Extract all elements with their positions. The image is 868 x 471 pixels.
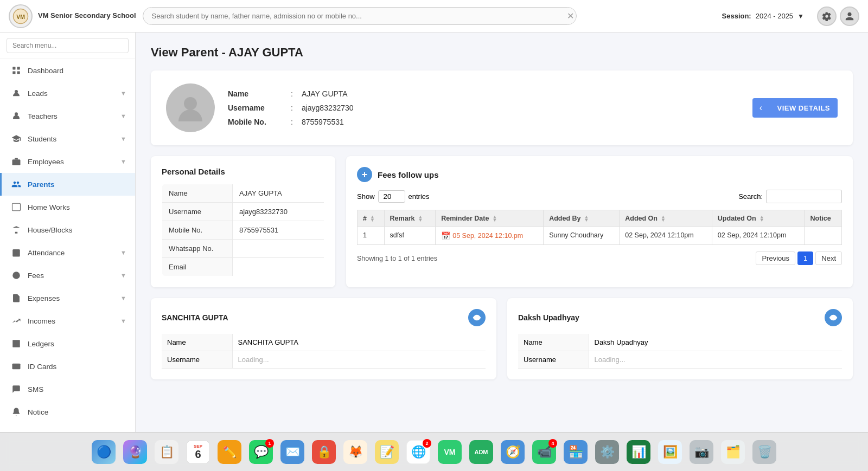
add-followup-button[interactable]: + xyxy=(357,167,372,182)
sidebar-item-expenses[interactable]: Expenses ▼ xyxy=(0,287,135,309)
fees-search-input[interactable] xyxy=(766,190,842,203)
dock-notes[interactable]: 📝 xyxy=(373,438,401,466)
profile-card: Name : AJAY GUPTA Username : ajayg832327… xyxy=(151,70,853,145)
child2-username-label: Username xyxy=(518,351,589,369)
dock-trash[interactable]: 🗑️ xyxy=(750,438,778,466)
dock-preview[interactable]: 🖼️ xyxy=(656,438,684,466)
fees-icon xyxy=(10,269,22,281)
teachers-icon xyxy=(10,110,22,122)
sidebar-item-id-cards[interactable]: ID Cards xyxy=(0,355,135,378)
dock-siri[interactable]: 🔮 xyxy=(121,438,149,466)
view-details-button[interactable]: VIEW DETAILS xyxy=(770,98,838,118)
sidebar-item-employees[interactable]: Employees ▼ xyxy=(0,150,135,173)
sort-num-icon[interactable]: ▲▼ xyxy=(370,215,375,222)
dock-settings[interactable]: ⚙️ xyxy=(593,438,621,466)
dock-sublime[interactable]: ✏️ xyxy=(215,438,244,466)
sidebar-item-house-blocks[interactable]: House/Blocks xyxy=(0,218,135,241)
sidebar-item-leads[interactable]: Leads ▼ xyxy=(0,82,135,105)
col-added-on: Added On▲▼ xyxy=(620,210,712,227)
pd-row: Whatsapp No. xyxy=(162,240,324,258)
svg-rect-16 xyxy=(12,340,20,347)
sidebar-item-students[interactable]: Students ▼ xyxy=(0,127,135,150)
entries-label: entries xyxy=(409,192,430,201)
sidebar-item-attendance[interactable]: Attendance ▼ xyxy=(0,241,135,264)
dock-capture[interactable]: 📷 xyxy=(687,438,716,466)
sort-updated-icon[interactable]: ▲▼ xyxy=(760,215,764,222)
back-button[interactable]: ‹ xyxy=(752,98,770,118)
username-field-label: Username xyxy=(228,104,282,112)
sidebar-item-teachers[interactable]: Teachers ▼ xyxy=(0,105,135,127)
leads-chevron-icon: ▼ xyxy=(120,90,126,96)
sidebar-item-label-teachers: Teachers xyxy=(28,112,115,120)
dock-excel[interactable]: 📊 xyxy=(624,438,653,466)
dock-appstore[interactable]: 🏪 xyxy=(561,438,590,466)
sort-added-on-icon[interactable]: ▲▼ xyxy=(661,215,666,222)
sidebar-item-dashboard[interactable]: Dashboard xyxy=(0,59,135,82)
dock-finder[interactable]: 🔵 xyxy=(90,438,118,466)
session-chevron-icon[interactable]: ▼ xyxy=(797,12,804,20)
pd-label: Mobile No. xyxy=(162,221,233,240)
pd-value: ajayg83232730 xyxy=(233,203,324,221)
previous-button[interactable]: Previous xyxy=(756,251,795,265)
mac-dock: 🔵 🔮 📋 SEP 6 ✏️ 💬 1 ✉️ 🔒 🦊 xyxy=(0,432,868,471)
svg-rect-8 xyxy=(12,159,21,165)
dock-facetime[interactable]: 📹 4 xyxy=(530,438,558,466)
dock-firefox[interactable]: 🦊 xyxy=(341,438,369,466)
child-card-sanchita: SANCHITA GUPTA Name SANCHITA GUPTA xyxy=(151,298,496,379)
view-child-1-button[interactable] xyxy=(468,309,486,326)
session-selector[interactable]: 2024 - 2025 xyxy=(756,12,793,20)
leads-icon xyxy=(10,87,22,99)
dock-mail[interactable]: ✉️ xyxy=(278,438,307,466)
profile-name-row: Name : AJAY GUPTA xyxy=(228,89,354,98)
pd-value xyxy=(233,240,324,258)
dock-finder-window[interactable]: 🗂️ xyxy=(719,438,747,466)
view-child-2-button[interactable] xyxy=(825,309,842,326)
sidebar-item-parents[interactable]: Parents xyxy=(0,173,135,196)
sidebar-item-label-attendance: Attendance xyxy=(28,249,115,257)
fees-table-controls: Show entries Search: xyxy=(357,190,842,203)
dock-openvpn[interactable]: 🔒 xyxy=(310,438,338,466)
sort-added-by-icon[interactable]: ▲▼ xyxy=(584,215,589,222)
personal-details-card: Personal Details NameAJAY GUPTAUsernamea… xyxy=(151,156,335,287)
dock-contacts[interactable]: 📋 xyxy=(152,438,181,466)
dock-calendar[interactable]: SEP 6 xyxy=(184,438,212,466)
svg-rect-2 xyxy=(12,67,15,69)
user-avatar-btn[interactable] xyxy=(840,7,859,26)
sidebar-item-ledgers[interactable]: Ledgers xyxy=(0,332,135,355)
search-clear-button[interactable]: ✕ xyxy=(567,11,574,21)
global-search-container xyxy=(143,7,577,25)
sidebar-search-area xyxy=(0,33,135,59)
facetime-badge: 4 xyxy=(548,439,557,448)
fees-followup-title: Fees follow ups xyxy=(378,170,439,179)
sort-remark-icon[interactable]: ▲▼ xyxy=(418,215,423,222)
sidebar-item-label-homeworks: Home Works xyxy=(28,203,126,211)
child-cards-section: SANCHITA GUPTA Name SANCHITA GUPTA xyxy=(151,298,853,379)
notice-icon xyxy=(10,406,22,418)
pd-row: NameAJAY GUPTA xyxy=(162,184,324,203)
dock-chrome[interactable]: 🌐 2 xyxy=(404,438,432,466)
mobile-field-value: 8755975531 xyxy=(302,118,344,126)
sort-reminder-icon[interactable]: ▲▼ xyxy=(492,215,497,222)
child-name-2: Daksh Upadhyay xyxy=(518,313,579,322)
svg-point-6 xyxy=(15,90,18,93)
show-entries-input[interactable] xyxy=(378,190,405,203)
homeworks-icon xyxy=(10,201,22,213)
sidebar-item-homeworks[interactable]: Home Works xyxy=(0,196,135,218)
sidebar-search-input[interactable] xyxy=(7,38,129,53)
page-1-button[interactable]: 1 xyxy=(797,251,813,265)
sidebar-item-incomes[interactable]: Incomes ▼ xyxy=(0,309,135,332)
sidebar-item-notice[interactable]: Notice xyxy=(0,401,135,423)
next-button[interactable]: Next xyxy=(815,251,842,265)
sidebar-item-sms[interactable]: SMS xyxy=(0,378,135,401)
expenses-chevron-icon: ▼ xyxy=(120,295,126,301)
settings-icon-btn[interactable] xyxy=(817,7,837,26)
dock-vidmarg-admin[interactable]: ADM xyxy=(467,438,495,466)
global-search-input[interactable] xyxy=(143,7,577,25)
dock-safari[interactable]: 🧭 xyxy=(499,438,527,466)
dock-vidmarg[interactable]: VM xyxy=(436,438,464,466)
sidebar-item-fees[interactable]: Fees ▼ xyxy=(0,264,135,287)
pd-value: AJAY GUPTA xyxy=(233,184,324,203)
fees-followup-header: + Fees follow ups xyxy=(357,167,842,182)
dock-whatsapp[interactable]: 💬 1 xyxy=(247,438,275,466)
pd-label: Username xyxy=(162,203,233,221)
